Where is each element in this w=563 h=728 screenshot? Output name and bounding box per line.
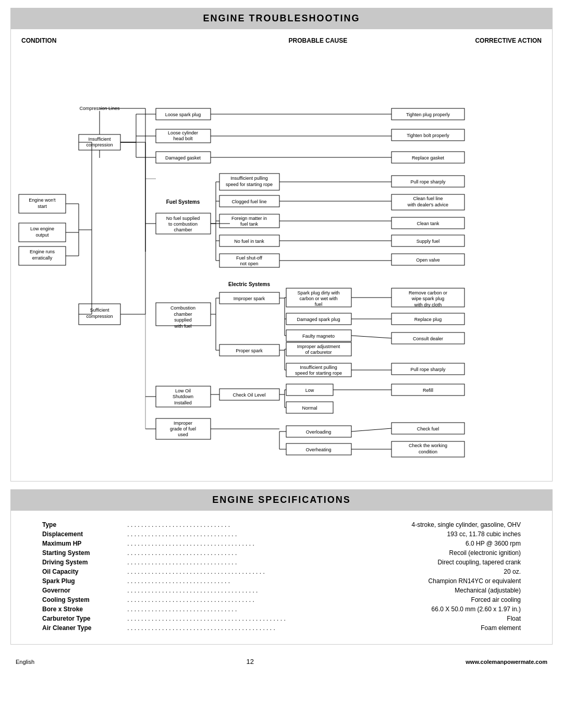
- svg-text:head bolt: head bolt: [173, 136, 193, 141]
- svg-text:Tighten plug properly: Tighten plug properly: [406, 112, 450, 117]
- svg-text:Loose cylinder: Loose cylinder: [168, 130, 198, 135]
- svg-text:Loose spark plug: Loose spark plug: [165, 112, 201, 117]
- probable-cause-header: PROBABLE CAUSE: [289, 37, 348, 44]
- spec-row-displacement: Displacement . . . . . . . . . . . . . .…: [42, 530, 521, 538]
- svg-text:Improper: Improper: [174, 421, 192, 426]
- svg-text:Pull rope sharply: Pull rope sharply: [410, 367, 446, 372]
- troubleshooting-header: ENGINE TROUBLESHOOTING: [10, 8, 553, 29]
- svg-text:start: start: [38, 204, 47, 209]
- svg-text:Electric Systems: Electric Systems: [228, 281, 270, 287]
- specs-table: Type . . . . . . . . . . . . . . . . . .…: [42, 521, 521, 632]
- svg-text:Open valve: Open valve: [416, 257, 440, 263]
- svg-text:No fuel supplied: No fuel supplied: [166, 216, 200, 221]
- svg-text:Clean fuel line: Clean fuel line: [413, 196, 443, 201]
- svg-text:with dealer's advice: with dealer's advice: [407, 202, 448, 207]
- svg-text:Insufficient: Insufficient: [89, 137, 111, 142]
- svg-text:Supply fuel: Supply fuel: [417, 239, 440, 244]
- svg-text:Low engine: Low engine: [30, 226, 54, 231]
- svg-text:to combustion: to combustion: [168, 221, 198, 227]
- spec-row-oil: Oil Capacity . . . . . . . . . . . . . .…: [42, 568, 521, 575]
- svg-text:Replace gasket: Replace gasket: [412, 155, 445, 161]
- spec-row-sparkplug: Spark Plug . . . . . . . . . . . . . . .…: [42, 577, 521, 585]
- svg-text:speed for starting rope: speed for starting rope: [295, 371, 342, 376]
- svg-text:with fuel: with fuel: [174, 324, 191, 329]
- svg-line-184: [351, 428, 391, 431]
- svg-text:with dry cloth: with dry cloth: [414, 302, 442, 307]
- svg-text:erratically: erratically: [32, 255, 53, 261]
- condition-header: CONDITION: [21, 37, 56, 44]
- svg-text:supplied: supplied: [174, 317, 192, 323]
- spec-row-aircleaner: Air Cleaner Type . . . . . . . . . . . .…: [42, 624, 521, 632]
- spec-row-type: Type . . . . . . . . . . . . . . . . . .…: [42, 521, 521, 528]
- svg-text:Foreign matter in: Foreign matter in: [231, 216, 267, 221]
- footer-url: www.colemanpowermate.com: [466, 659, 547, 665]
- spec-row-carburetor: Carburetor Type . . . . . . . . . . . . …: [42, 615, 521, 622]
- page-number: 12: [34, 658, 466, 665]
- svg-line-175: [351, 336, 391, 338]
- svg-text:Overloading: Overloading: [306, 429, 332, 435]
- spec-row-starting: Starting System . . . . . . . . . . . . …: [42, 549, 521, 557]
- svg-text:Replace plug: Replace plug: [414, 317, 442, 322]
- svg-text:Consult dealer: Consult dealer: [413, 336, 443, 341]
- specs-header: ENGINE SPECIFICATIONS: [10, 489, 553, 511]
- svg-text:condition: condition: [419, 449, 437, 454]
- svg-text:Engine won't: Engine won't: [29, 198, 56, 203]
- svg-text:Improper spark: Improper spark: [234, 296, 265, 301]
- svg-text:not open: not open: [240, 261, 258, 266]
- svg-text:Engine runs: Engine runs: [30, 249, 55, 254]
- svg-text:wipe spark plug: wipe spark plug: [411, 296, 445, 301]
- spec-row-governor: Governor . . . . . . . . . . . . . . . .…: [42, 587, 521, 594]
- svg-text:Installed: Installed: [174, 400, 192, 405]
- svg-text:Pull rope sharply: Pull rope sharply: [410, 179, 446, 184]
- svg-text:of carburetor: of carburetor: [305, 350, 332, 355]
- svg-text:Check fuel: Check fuel: [417, 426, 439, 431]
- svg-text:output: output: [35, 232, 49, 238]
- spec-row-driving: Driving System . . . . . . . . . . . . .…: [42, 559, 521, 566]
- svg-text:Combustion: Combustion: [170, 305, 195, 311]
- flowchart-diagram: Engine won't start Low engine output Eng…: [16, 48, 558, 471]
- svg-text:Proper spark: Proper spark: [236, 348, 263, 353]
- svg-text:compression: compression: [86, 142, 113, 147]
- svg-text:Clogged fuel line: Clogged fuel line: [231, 199, 266, 204]
- svg-text:Check Oil Level: Check Oil Level: [232, 392, 265, 398]
- svg-text:Clean tank: Clean tank: [417, 221, 439, 226]
- svg-text:Insufficient pulling: Insufficient pulling: [300, 365, 337, 370]
- svg-text:Faulty magneto: Faulty magneto: [302, 334, 335, 339]
- page: ENGINE TROUBLESHOOTING CONDITION PROBABL…: [0, 8, 563, 728]
- svg-text:Sufficient: Sufficient: [90, 307, 109, 313]
- svg-text:Remove carbon or: Remove carbon or: [409, 290, 447, 295]
- svg-text:Insufficient pulling: Insufficient pulling: [230, 176, 267, 181]
- svg-text:chamber: chamber: [174, 312, 192, 317]
- svg-text:Check the working: Check the working: [409, 443, 447, 448]
- svg-text:Refill: Refill: [423, 388, 433, 393]
- svg-text:chamber: chamber: [174, 227, 192, 232]
- svg-text:fuel tank: fuel tank: [240, 221, 259, 227]
- svg-text:Low: Low: [305, 388, 314, 393]
- svg-text:Fuel shut-off: Fuel shut-off: [236, 255, 262, 261]
- svg-text:used: used: [178, 432, 188, 437]
- svg-text:fuel: fuel: [315, 302, 323, 307]
- svg-text:Normal: Normal: [302, 405, 317, 411]
- footer: English 12 www.colemanpowermate.com: [0, 650, 563, 673]
- svg-text:Damaged spark plug: Damaged spark plug: [297, 317, 340, 322]
- svg-text:Improper adjustment: Improper adjustment: [297, 344, 340, 349]
- svg-text:Overheating: Overheating: [305, 447, 331, 452]
- svg-text:Shutdown: Shutdown: [173, 394, 193, 399]
- svg-text:No fuel in tank: No fuel in tank: [234, 239, 264, 244]
- spec-row-cooling: Cooling System . . . . . . . . . . . . .…: [42, 596, 521, 603]
- footer-language: English: [16, 659, 34, 665]
- svg-text:Tighten bolt properly: Tighten bolt properly: [407, 133, 449, 138]
- spec-row-bore: Bore x Stroke . . . . . . . . . . . . . …: [42, 606, 521, 613]
- svg-text:Damaged gasket: Damaged gasket: [165, 155, 201, 161]
- svg-text:speed for starting rope: speed for starting rope: [226, 182, 273, 187]
- svg-text:grade of fuel: grade of fuel: [170, 426, 196, 431]
- svg-text:Low Oil: Low Oil: [175, 388, 191, 393]
- corrective-action-header: CORRECTIVE ACTION: [475, 37, 542, 44]
- svg-text:Fuel Systems: Fuel Systems: [166, 199, 200, 205]
- svg-text:Spark plug dirty with: Spark plug dirty with: [297, 290, 339, 295]
- spec-row-maxhp: Maximum HP . . . . . . . . . . . . . . .…: [42, 540, 521, 547]
- svg-text:carbon or wet with: carbon or wet with: [299, 296, 337, 301]
